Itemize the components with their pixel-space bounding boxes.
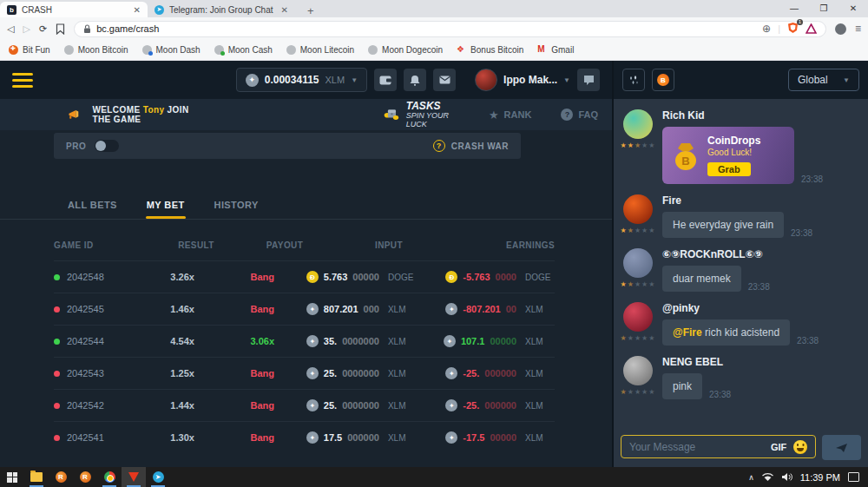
chat-toggle-button[interactable] [577, 69, 600, 91]
chevron-down-icon: ▼ [351, 76, 358, 84]
chat-username[interactable]: Fire [662, 194, 859, 207]
star-icon: ★ [489, 109, 499, 122]
pro-toggle[interactable] [95, 140, 119, 152]
brave-shield-icon[interactable]: 1 [787, 22, 799, 36]
hamburger-menu-icon[interactable] [12, 73, 33, 88]
col-earnings: EARNINGS [403, 240, 555, 250]
bookmark-item[interactable]: Moon Litecoin [286, 45, 354, 55]
app-r2-icon[interactable]: R [73, 467, 97, 487]
tasks-link[interactable]: TASKS SPIN YOUR LUCK [384, 101, 452, 128]
xlm-coin-icon: ✦ [306, 399, 319, 411]
bookmark-icon[interactable] [56, 23, 65, 35]
bookmark-item[interactable]: Gmail [537, 45, 574, 55]
app-r1-icon[interactable]: R [49, 467, 73, 487]
bookmark-item[interactable]: Moon Bitcoin [64, 45, 128, 55]
address-bar[interactable]: bc.game/crash ⊕ | 1 [74, 21, 826, 37]
grab-button[interactable]: Grab [707, 162, 751, 176]
gif-button[interactable]: GIF [771, 442, 786, 452]
chat-username[interactable]: @pinky [662, 302, 859, 314]
tray-expand-icon[interactable]: ∧ [748, 473, 754, 482]
clock[interactable]: 11:39 PM [800, 472, 840, 483]
xlm-coin-icon: ✦ [444, 335, 456, 347]
user-menu[interactable]: Ippo Mak... ▼ [475, 69, 570, 91]
notifications-bell-button[interactable] [404, 69, 426, 91]
browser-tab[interactable]: ➤ Telegram: Join Group Chat ✕ [148, 2, 295, 17]
brave-icon[interactable] [122, 467, 146, 487]
game-content: PRO ? CRASH WAR ALL BETSMY BETHISTORY GA… [0, 130, 612, 467]
chat-avatar[interactable] [623, 356, 653, 385]
reload-icon[interactable]: ⟳ [39, 23, 47, 35]
promo-banner: WELCOME Tony JOIN THE GAME TASKS SPIN YO… [0, 99, 612, 130]
forward-icon[interactable]: ▷ [23, 23, 30, 35]
new-tab-button[interactable]: + [302, 4, 319, 17]
back-icon[interactable]: ◁ [7, 23, 14, 35]
xlm-coin-icon: ✦ [246, 74, 259, 87]
window-close-button[interactable]: ✕ [838, 0, 868, 17]
bookmark-item[interactable]: Bit Fun [9, 45, 50, 55]
browser-toolbar: ◁ ▷ ⟳ bc.game/crash ⊕ | 1 ≡ [0, 17, 868, 40]
doge-coin-icon: Ð [306, 271, 319, 283]
doge-coin-icon: Ð [445, 271, 457, 283]
chat-username[interactable]: ⑥⑨ROCKnROLL⑥⑨ [662, 248, 859, 260]
chat-avatar[interactable] [623, 109, 653, 139]
chat-message: ★★★★★ Rich Kid B CoinDrops Good Luck! Gr… [622, 109, 859, 184]
tab-my-bet[interactable]: MY BET [147, 200, 185, 219]
chat-region-dropdown[interactable]: Global ▼ [788, 69, 859, 91]
file-explorer-icon[interactable] [24, 467, 49, 487]
wifi-icon[interactable] [762, 473, 773, 482]
start-button[interactable] [0, 467, 24, 487]
pro-bar: PRO ? CRASH WAR [54, 133, 521, 159]
crash-war-link[interactable]: ? CRASH WAR [433, 140, 509, 152]
action-center-icon[interactable] [848, 472, 859, 482]
message-input[interactable] [629, 441, 764, 453]
browser-tab[interactable]: b CRASH ✕ [0, 2, 148, 17]
moon-blue-favicon [142, 45, 152, 55]
browser-profile-icon[interactable] [835, 23, 846, 35]
emoji-button[interactable] [793, 440, 807, 454]
megaphone-icon [68, 108, 80, 122]
bookmark-item[interactable]: Bonus Bitcoin [457, 45, 523, 55]
rewards-triangle-icon[interactable] [806, 23, 817, 34]
send-button[interactable] [822, 435, 861, 460]
chat-avatar[interactable] [623, 194, 653, 224]
coindrop-button[interactable]: B [652, 69, 674, 91]
coindrops-card: B CoinDrops Good Luck! Grab [662, 127, 794, 184]
faq-link[interactable]: ? FAQ [561, 109, 598, 121]
xlm-coin-icon: ✦ [445, 303, 457, 315]
window-minimize-button[interactable]: — [779, 0, 809, 17]
message-time: 23:38 [709, 390, 731, 399]
message-input-wrap: GIF [621, 435, 816, 458]
user-stars: ★★★★★ [621, 141, 656, 149]
mail-button[interactable] [433, 69, 456, 91]
chat-avatar[interactable] [623, 248, 653, 278]
chat-messages[interactable]: ★★★★★ Rich Kid B CoinDrops Good Luck! Gr… [614, 99, 868, 430]
chrome-icon[interactable] [97, 467, 122, 487]
user-stars: ★★★★★ [621, 227, 656, 234]
wallet-button[interactable] [374, 69, 397, 91]
tab-history[interactable]: HISTORY [214, 200, 259, 219]
bookmark-item[interactable]: Moon Dash [142, 45, 201, 55]
balance-selector[interactable]: ✦ 0.00034115 XLM ▼ [236, 68, 367, 92]
col-game-id: GAME ID [54, 240, 156, 250]
chat-username[interactable]: Rich Kid [662, 109, 859, 122]
status-dot [54, 403, 60, 409]
message-time: 23:38 [797, 336, 819, 346]
volume-icon[interactable] [781, 472, 792, 482]
bookmark-item[interactable]: Moon Dogecoin [368, 45, 443, 55]
browser-menu-icon[interactable]: ≡ [855, 23, 861, 35]
tab-close-icon[interactable]: ✕ [281, 5, 288, 15]
tab-close-icon[interactable]: ✕ [134, 5, 141, 15]
rain-button[interactable] [622, 69, 645, 91]
bitfun-favicon [9, 45, 18, 55]
chat-username[interactable]: NENG EBEL [662, 356, 859, 368]
telegram-icon[interactable]: ➤ [146, 467, 170, 487]
chat-avatar[interactable] [623, 302, 653, 332]
b-favicon: b [7, 5, 16, 15]
tab-all-bets[interactable]: ALL BETS [68, 200, 117, 219]
window-maximize-button[interactable]: ❐ [809, 0, 838, 17]
status-dot [54, 306, 60, 313]
rank-link[interactable]: ★ RANK [489, 109, 531, 122]
target-icon[interactable]: ⊕ [762, 23, 771, 35]
bookmark-item[interactable]: Moon Cash [214, 45, 273, 55]
table-header: GAME ID RESULT PAYOUT INPUT EARNINGS [54, 240, 555, 260]
